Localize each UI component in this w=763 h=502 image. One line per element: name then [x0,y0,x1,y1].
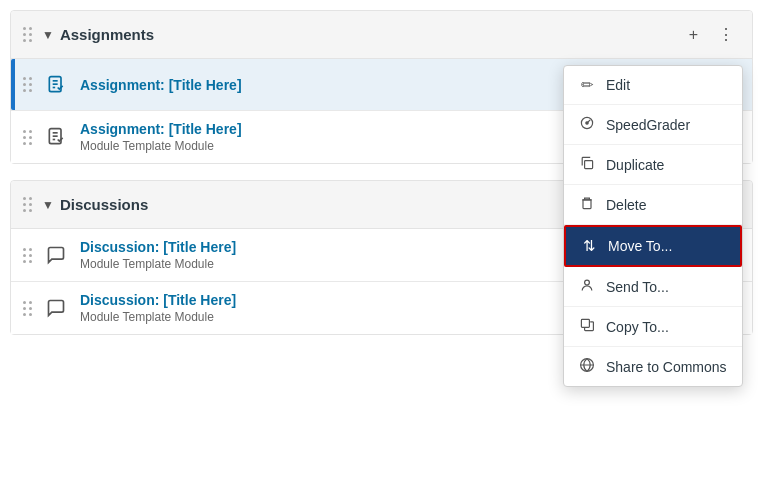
menu-speedgrader-label: SpeedGrader [606,117,690,133]
discussion-2-drag-handle[interactable] [23,301,32,316]
assignments-drag-handle[interactable] [23,27,32,42]
menu-item-copy-to[interactable]: Copy To... [564,307,742,347]
discussions-chevron-icon: ▼ [42,198,54,212]
copy-icon [578,317,596,336]
assignment-1-icon [42,71,70,99]
assignment-2-icon [42,123,70,151]
menu-item-delete[interactable]: Delete [564,185,742,225]
assignments-label: Assignments [60,26,154,43]
send-icon [578,277,596,296]
move-icon: ⇅ [580,237,598,255]
discussion-2-icon [42,294,70,322]
assignments-section-actions: + ⋮ [683,21,740,48]
assignments-section-header: ▼ Assignments + ⋮ [11,11,752,59]
menu-item-send-to[interactable]: Send To... [564,267,742,307]
menu-item-edit[interactable]: ✏ Edit [564,66,742,105]
assignments-toggle[interactable]: ▼ Assignments [42,26,683,43]
menu-copyto-label: Copy To... [606,319,669,335]
assignments-menu-button[interactable]: ⋮ [712,21,740,48]
menu-delete-label: Delete [606,197,646,213]
context-menu: ✏ Edit SpeedGrader Duplicate [563,65,743,387]
svg-rect-13 [581,319,589,327]
menu-sendto-label: Send To... [606,279,669,295]
svg-rect-10 [585,161,593,169]
svg-point-9 [586,122,588,124]
menu-item-share[interactable]: Share to Commons [564,347,742,386]
assignment-1-drag-handle[interactable] [23,77,32,92]
assignments-add-button[interactable]: + [683,22,704,48]
discussion-1-drag-handle[interactable] [23,248,32,263]
menu-share-label: Share to Commons [606,359,727,375]
svg-rect-11 [583,200,591,209]
menu-moveto-label: Move To... [608,238,672,254]
speedgrader-icon [578,115,596,134]
menu-item-speedgrader[interactable]: SpeedGrader [564,105,742,145]
discussions-label: Discussions [60,196,148,213]
menu-duplicate-label: Duplicate [606,157,664,173]
discussions-drag-handle[interactable] [23,197,32,212]
menu-edit-label: Edit [606,77,630,93]
assignment-2-drag-handle[interactable] [23,130,32,145]
main-container: ▼ Assignments + ⋮ [0,0,763,361]
menu-item-move-to[interactable]: ⇅ Move To... [564,225,742,267]
globe-icon [578,357,596,376]
discussion-1-icon [42,241,70,269]
trash-icon [578,195,596,214]
duplicate-icon [578,155,596,174]
menu-item-duplicate[interactable]: Duplicate [564,145,742,185]
pencil-icon: ✏ [578,76,596,94]
assignments-chevron-icon: ▼ [42,28,54,42]
svg-point-12 [585,280,590,285]
